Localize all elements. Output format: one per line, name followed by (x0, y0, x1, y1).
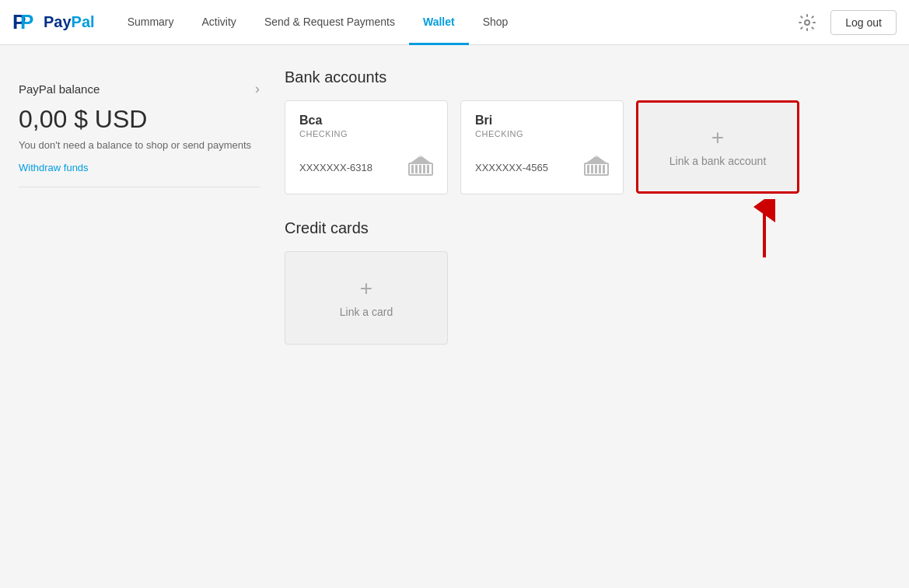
bank-number-bca: XXXXXXX-6318 (299, 162, 372, 173)
settings-button[interactable] (793, 9, 821, 37)
credit-cards-row: + Link a card (285, 251, 890, 345)
logo-text-pay: Pay (44, 13, 72, 31)
link-card-button[interactable]: + Link a card (285, 251, 448, 345)
credit-cards-section: Credit cards + Link a card (285, 219, 890, 345)
sidebar: PayPal balance › 0,00 $ USD You don't ne… (19, 68, 260, 369)
link-card-plus-icon: + (360, 278, 372, 299)
svg-rect-7 (423, 165, 425, 173)
svg-rect-12 (587, 165, 589, 173)
bank-type-bri: CHECKING (475, 129, 609, 138)
bank-name-bri: bri (475, 114, 609, 128)
link-card-label: Link a card (340, 306, 393, 318)
bank-accounts-section: Bank accounts Bca CHECKING XXXXXXX-6318 (285, 68, 890, 194)
svg-rect-16 (603, 165, 605, 173)
svg-rect-13 (591, 165, 593, 173)
balance-note: You don't need a balance to shop or send… (19, 138, 260, 152)
nav-summary[interactable]: Summary (114, 0, 188, 45)
nav-links: Summary Activity Send & Request Payments… (114, 0, 794, 44)
link-bank-account-button[interactable]: + Link a bank account (636, 100, 799, 194)
svg-rect-15 (599, 165, 601, 173)
credit-cards-title: Credit cards (285, 219, 890, 237)
svg-rect-18 (594, 156, 599, 157)
bank-icon-bca (408, 154, 433, 181)
nav-wallet[interactable]: Wallet (409, 0, 469, 45)
logo-text-pal: Pal (72, 13, 95, 31)
svg-rect-8 (427, 165, 429, 173)
balance-title: PayPal balance (19, 82, 100, 96)
logout-button[interactable]: Log out (830, 10, 897, 35)
nav-shop[interactable]: Shop (469, 0, 523, 45)
paypal-logo[interactable]: P P PayPal (12, 10, 95, 35)
svg-rect-14 (595, 165, 597, 173)
link-bank-plus-icon: + (711, 127, 724, 149)
navbar: P P PayPal Summary Activity Send & Reque… (0, 0, 909, 45)
svg-rect-5 (415, 165, 418, 173)
bank-name-bca: Bca (299, 114, 433, 128)
nav-activity[interactable]: Activity (188, 0, 250, 45)
bank-card-bca[interactable]: Bca CHECKING XXXXXXX-6318 (285, 100, 448, 194)
bank-card-bri[interactable]: bri CHECKING XXXXXXX-4565 (460, 100, 624, 194)
svg-rect-6 (419, 165, 421, 173)
main-content: Bank accounts Bca CHECKING XXXXXXX-6318 (285, 68, 890, 369)
svg-rect-10 (418, 156, 423, 157)
bank-number-bri: XXXXXXX-4565 (475, 162, 548, 173)
withdraw-funds-link[interactable]: Withdraw funds (19, 162, 89, 173)
gear-icon (799, 14, 816, 31)
balance-header[interactable]: PayPal balance › (19, 81, 260, 97)
svg-rect-4 (411, 165, 414, 173)
navbar-right: Log out (793, 9, 897, 37)
bank-type-bca: CHECKING (299, 129, 433, 138)
bank-accounts-title: Bank accounts (285, 68, 890, 86)
balance-amount: 0,00 $ USD (19, 105, 260, 134)
bank-icon-bri (584, 154, 609, 181)
nav-send-request[interactable]: Send & Request Payments (250, 0, 409, 45)
svg-point-2 (805, 20, 809, 25)
chevron-right-icon: › (255, 81, 260, 97)
balance-section: PayPal balance › 0,00 $ USD You don't ne… (19, 68, 260, 187)
page-content: PayPal balance › 0,00 $ USD You don't ne… (0, 45, 909, 393)
link-bank-label: Link a bank account (670, 155, 767, 167)
svg-text:P: P (20, 10, 33, 33)
bank-accounts-row: Bca CHECKING XXXXXXX-6318 (285, 100, 890, 194)
